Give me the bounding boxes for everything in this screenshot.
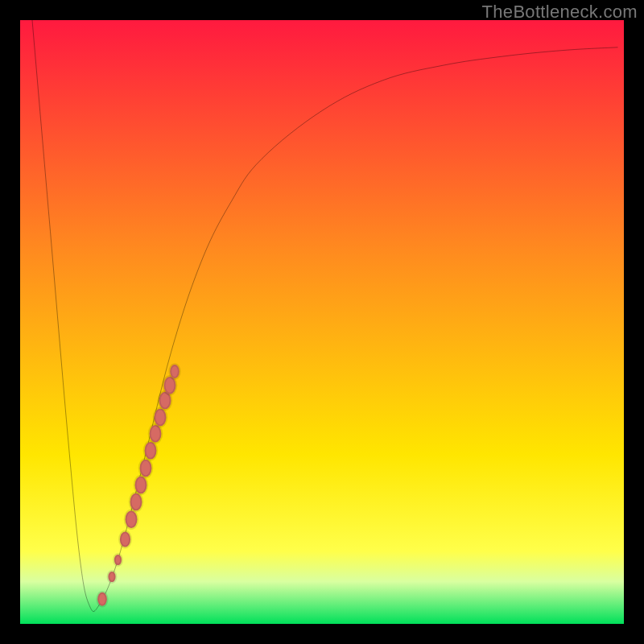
- chart-svg: [20, 20, 624, 624]
- marker-bead: [97, 592, 107, 606]
- marker-bead: [120, 531, 130, 547]
- marker-bead: [155, 409, 167, 427]
- marker-bead: [108, 572, 115, 582]
- bottleneck-curve: [32, 20, 618, 612]
- chart-frame: TheBottleneck.com: [0, 0, 644, 644]
- marker-bead: [114, 555, 122, 565]
- marker-bead: [126, 510, 138, 528]
- marker-bead: [145, 442, 157, 460]
- marker-group: [97, 365, 180, 606]
- marker-bead: [140, 460, 152, 477]
- plot-area: [20, 20, 624, 624]
- watermark-text: TheBottleneck.com: [482, 2, 638, 23]
- marker-bead: [135, 477, 147, 494]
- marker-bead: [130, 493, 142, 511]
- marker-bead: [170, 365, 180, 378]
- marker-bead: [150, 425, 162, 443]
